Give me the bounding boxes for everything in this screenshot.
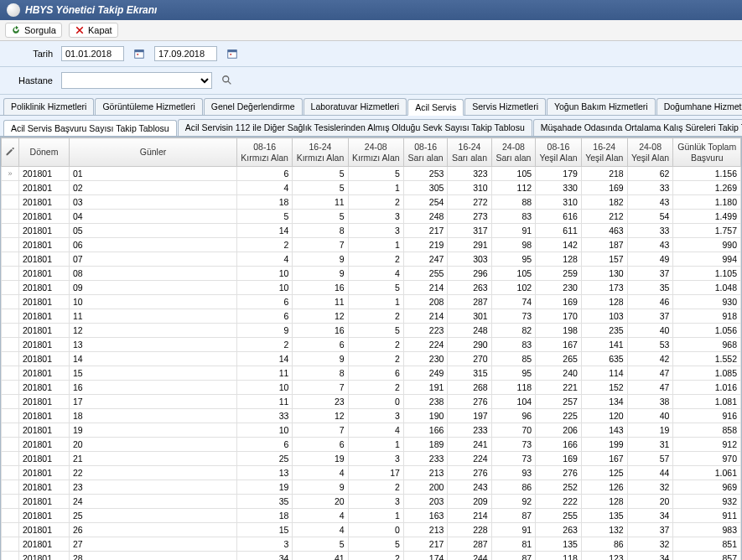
cell-value: 1.156: [673, 167, 741, 181]
toolbar: Sorgula Kapat: [0, 20, 742, 41]
table-row[interactable]: 201801221341721327693276125441.061: [2, 466, 741, 480]
cell-value: 114: [581, 366, 627, 381]
cell-value: 968: [673, 338, 741, 352]
table-row[interactable]: 201801074922473039512815749994: [2, 252, 741, 267]
cell-value: 187: [581, 238, 627, 252]
tab-main-3[interactable]: Laboratuvar Hizmetleri: [304, 98, 407, 115]
table-row[interactable]: 20180105148321731791611463331.757: [2, 224, 741, 238]
table-row[interactable]: 20180128344121742448711812334857: [2, 552, 741, 560]
cell-value: 157: [581, 252, 627, 267]
calendar-from-icon[interactable]: [132, 47, 146, 60]
close-button[interactable]: Kapat: [69, 23, 118, 38]
cell-value: 1.105: [673, 267, 741, 281]
table-row[interactable]: 2018011061112082877416912846930: [2, 295, 741, 309]
table-row[interactable]: 201801081094255296105259130371.105: [2, 267, 741, 281]
cell-value: 287: [448, 295, 491, 309]
hospital-select[interactable]: [61, 72, 212, 89]
table-row[interactable]: 20180112916522324882198235401.056: [2, 324, 741, 338]
table-row[interactable]: 2018012615402132289126313237983: [2, 523, 741, 537]
date-from-input[interactable]: [61, 46, 124, 61]
cell-value: 169: [581, 181, 627, 195]
column-header[interactable]: 16-24 Yeşil Alan: [581, 138, 627, 167]
cell-value: 9: [237, 324, 293, 338]
cell-value: 3: [348, 210, 403, 224]
tab-main-6[interactable]: Yoğun Bakım Hizmetleri: [547, 98, 656, 115]
column-header[interactable]: Günlük Toplam Başvuru: [673, 138, 741, 167]
tab-sub-0[interactable]: Acil Servis Başvuru Sayısı Takip Tablosu: [3, 120, 177, 137]
column-header[interactable]: Günler: [70, 138, 237, 167]
calendar-to-icon[interactable]: [226, 47, 239, 60]
row-indicator: [2, 395, 19, 409]
table-row[interactable]: 2018010910165214263102230173351.048: [2, 281, 741, 295]
date-to-input[interactable]: [154, 46, 217, 61]
tab-main-7[interactable]: Doğumhane Hizmetleri: [656, 98, 742, 115]
column-header[interactable]: 08-16 Yeşil Alan: [536, 138, 582, 167]
tab-main-1[interactable]: Görüntüleme Hizmetleri: [95, 98, 202, 115]
table-row[interactable]: 2018011161222143017317010337918: [2, 309, 741, 324]
table-row[interactable]: 20180127355217287811358632851: [2, 537, 741, 552]
cell-gun: 28: [70, 552, 237, 560]
cell-value: 223: [403, 324, 447, 338]
column-header[interactable]: 16-24 Kırmızı Alan: [293, 138, 348, 167]
cell-value: 203: [403, 495, 447, 509]
search-icon[interactable]: [221, 74, 234, 87]
table-row[interactable]: 201801206611892417316619931912: [2, 438, 741, 452]
cell-value: 1.016: [673, 381, 741, 395]
table-row[interactable]: 201801161072191268118221152471.016: [2, 381, 741, 395]
table-row[interactable]: 201801062712192919814218743990: [2, 238, 741, 252]
cell-value: 86: [581, 537, 627, 552]
cell-value: 217: [403, 537, 447, 552]
cell-value: 1: [348, 509, 403, 523]
cell-value: 858: [673, 423, 741, 438]
grid[interactable]: DönemGünler08-16 Kırmızı Alan16-24 Kırmı…: [0, 137, 742, 560]
row-indicator: [2, 295, 19, 309]
table-row[interactable]: 20180124352032032099222212820932: [2, 495, 741, 509]
column-header[interactable]: 16-24 Sarı alan: [448, 138, 491, 167]
cell-value: 87: [491, 552, 535, 560]
cell-value: 32: [627, 537, 673, 552]
cell-value: 248: [448, 324, 491, 338]
tab-main-2[interactable]: Genel Değerlendirme: [204, 98, 303, 115]
table-row[interactable]: »20180101655253323105179218621.156: [2, 167, 741, 181]
table-row[interactable]: 2018011910741662337020614319858: [2, 423, 741, 438]
tab-main-4[interactable]: Acil Servis: [407, 99, 464, 116]
table-row[interactable]: 20180114149223027085265635421.552: [2, 352, 741, 366]
table-row[interactable]: 2018012518411632148725513534911: [2, 509, 741, 523]
cell-value: 73: [491, 452, 535, 466]
table-row[interactable]: 20180118331231901979622512040916: [2, 409, 741, 423]
cell-value: 235: [581, 324, 627, 338]
table-row[interactable]: 201801132622242908316714153968: [2, 338, 741, 352]
query-button[interactable]: Sorgula: [5, 23, 62, 38]
table-row[interactable]: 2018010455324827383616212541.499: [2, 210, 741, 224]
column-header[interactable]: 08-16 Sarı alan: [403, 138, 447, 167]
column-header[interactable]: Dönem: [19, 138, 70, 167]
table-row[interactable]: 2018012319922002438625212632969: [2, 480, 741, 495]
tab-main-5[interactable]: Servis Hizmetleri: [464, 98, 546, 115]
table-row[interactable]: 20180115118624931595240114471.085: [2, 366, 741, 381]
cell-gun: 07: [70, 252, 237, 267]
cell-gun: 22: [70, 466, 237, 480]
filter-row-date: Tarih: [0, 41, 742, 67]
cell-value: 44: [627, 466, 673, 480]
row-indicator: [2, 366, 19, 381]
column-header[interactable]: 24-08 Yeşil Alan: [627, 138, 673, 167]
table-row[interactable]: 20180121251932332247316916757970: [2, 452, 741, 466]
cell-value: 47: [627, 381, 673, 395]
table-row[interactable]: 20180102451305310112330169331.269: [2, 181, 741, 195]
tab-main-0[interactable]: Poliklinik Hizmetleri: [3, 98, 94, 115]
table-row[interactable]: 201801031811225427288310182431.180: [2, 195, 741, 210]
cell-value: 16: [293, 324, 348, 338]
cell-value: 15: [237, 523, 293, 537]
row-indicator: [2, 195, 19, 210]
cell-value: 25: [237, 452, 293, 466]
column-header[interactable]: 24-08 Sarı alan: [491, 138, 535, 167]
cell-value: 217: [403, 224, 447, 238]
row-indicator: [2, 210, 19, 224]
column-header[interactable]: 24-08 Kırmızı Alan: [348, 138, 403, 167]
config-column-icon[interactable]: [2, 138, 19, 167]
table-row[interactable]: 2018011711230238276104257134381.081: [2, 395, 741, 409]
column-header[interactable]: 08-16 Kırmızı Alan: [237, 138, 293, 167]
tab-sub-2[interactable]: Müşahade Odasında Ortalama Kalış Süreler…: [533, 119, 742, 136]
row-indicator: [2, 267, 19, 281]
tab-sub-1[interactable]: Acil Servisin 112 ile Diğer Sağlık Tesis…: [178, 119, 532, 136]
